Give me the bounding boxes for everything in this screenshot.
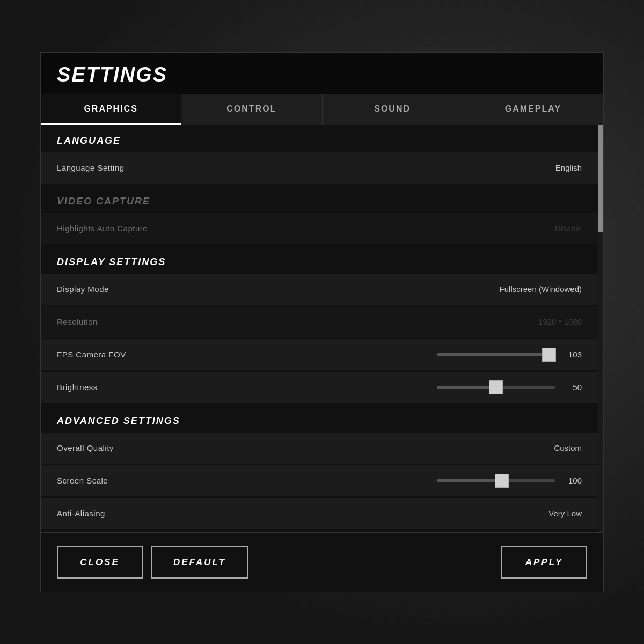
slider-screen-scale-track[interactable]: [437, 479, 555, 482]
settings-panel: SETTINGS GRAPHICS CONTROL SOUND GAMEPLAY…: [40, 52, 604, 592]
label-resolution: Resolution: [57, 317, 98, 326]
row-highlights-auto-capture: Highlights Auto Capture Disable: [41, 213, 598, 244]
label-highlights-auto-capture: Highlights Auto Capture: [57, 224, 148, 233]
label-overall-quality: Overall Quality: [57, 443, 114, 452]
value-anti-aliasing: Very Low: [548, 509, 582, 518]
scrollbar-track[interactable]: [598, 125, 603, 532]
slider-screen-scale-thumb[interactable]: [495, 474, 509, 488]
label-display-mode: Display Mode: [57, 284, 109, 294]
slider-screen-scale-container: 100: [437, 476, 582, 485]
slider-brightness-fill: [437, 386, 496, 389]
slider-fps-camera-fov-thumb[interactable]: [542, 348, 556, 362]
row-brightness[interactable]: Brightness 50: [41, 372, 598, 403]
tabs-row: GRAPHICS CONTROL SOUND GAMEPLAY: [41, 94, 603, 125]
footer-bar: CLOSE DEFAULT APPLY: [41, 532, 603, 592]
row-display-mode[interactable]: Display Mode Fullscreen (Windowed): [41, 274, 598, 305]
row-overall-quality[interactable]: Overall Quality Custom: [41, 433, 598, 464]
slider-fps-camera-fov-fill: [437, 353, 549, 356]
row-anti-aliasing[interactable]: Anti-Aliasing Very Low: [41, 498, 598, 529]
section-language-header: LANGUAGE: [41, 125, 598, 151]
value-display-mode: Fullscreen (Windowed): [500, 284, 582, 294]
label-screen-scale: Screen Scale: [57, 476, 108, 485]
row-language-setting[interactable]: Language Setting English: [41, 152, 598, 184]
section-language-title: LANGUAGE: [57, 135, 582, 147]
panel-header: SETTINGS: [41, 53, 603, 94]
tab-graphics[interactable]: GRAPHICS: [41, 94, 181, 125]
tab-gameplay[interactable]: GAMEPLAY: [463, 94, 603, 125]
value-fps-camera-fov: 103: [563, 350, 582, 359]
value-language-setting: English: [555, 163, 582, 172]
label-brightness: Brightness: [57, 383, 98, 392]
section-video-capture-title: VIDEO CAPTURE: [57, 196, 582, 207]
default-button[interactable]: DEFAULT: [151, 546, 248, 579]
value-screen-scale: 100: [563, 476, 582, 485]
scrollbar-thumb[interactable]: [598, 125, 603, 232]
settings-scroll[interactable]: LANGUAGE Language Setting English VIDEO …: [41, 125, 598, 532]
apply-button[interactable]: APPLY: [501, 546, 587, 579]
row-screen-scale[interactable]: Screen Scale 100: [41, 465, 598, 496]
row-resolution: Resolution 1920 * 1080: [41, 306, 598, 338]
slider-brightness-track[interactable]: [437, 386, 555, 389]
slider-brightness-thumb[interactable]: [489, 380, 503, 394]
section-advanced-settings-title: ADVANCED SETTINGS: [57, 415, 582, 427]
tab-sound[interactable]: SOUND: [323, 94, 463, 125]
label-anti-aliasing: Anti-Aliasing: [57, 509, 105, 518]
section-advanced-settings-header: ADVANCED SETTINGS: [41, 405, 598, 431]
panel-title: SETTINGS: [57, 63, 587, 86]
slider-screen-scale-fill: [437, 479, 502, 482]
slider-fps-camera-fov-container: 103: [437, 350, 582, 359]
row-fps-camera-fov[interactable]: FPS Camera FOV 103: [41, 339, 598, 370]
slider-brightness-container: 50: [437, 383, 582, 392]
label-language-setting: Language Setting: [57, 163, 125, 172]
value-brightness: 50: [563, 383, 582, 392]
section-video-capture-header: VIDEO CAPTURE: [41, 185, 598, 211]
slider-fps-camera-fov-track[interactable]: [437, 353, 555, 356]
value-overall-quality: Custom: [554, 443, 582, 452]
value-highlights-auto-capture: Disable: [555, 224, 582, 233]
tab-control[interactable]: CONTROL: [181, 94, 322, 125]
section-display-settings-header: DISPLAY SETTINGS: [41, 246, 598, 272]
value-resolution: 1920 * 1080: [538, 317, 582, 326]
close-button[interactable]: CLOSE: [57, 546, 143, 579]
content-area: LANGUAGE Language Setting English VIDEO …: [41, 125, 603, 532]
section-display-settings-title: DISPLAY SETTINGS: [57, 257, 582, 268]
label-fps-camera-fov: FPS Camera FOV: [57, 350, 126, 359]
